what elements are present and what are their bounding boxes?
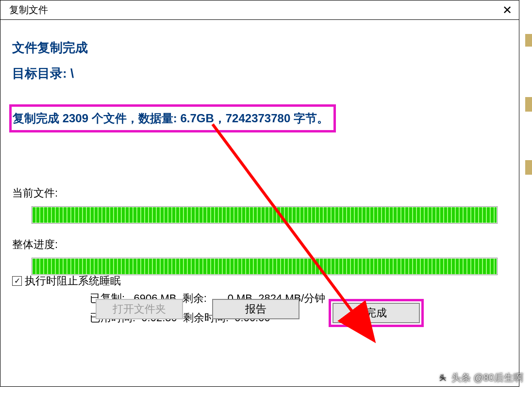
report-button[interactable]: 报告 — [212, 299, 299, 319]
window-title: 复制文件 — [9, 3, 48, 16]
dialog-button-row: 打开文件夹 报告 完成 — [0, 299, 519, 327]
overall-progress-label: 整体进度: — [12, 237, 507, 252]
open-folder-label: 打开文件夹 — [113, 302, 166, 316]
dialog-content: 文件复制完成 目标目录: \ 复制完成 2309 个文件，数据量: 6.7GB，… — [0, 20, 519, 337]
summary-highlight-box: 复制完成 2309 个文件，数据量: 6.7GB，7242373780 字节。 — [9, 104, 336, 132]
overall-progress-section: 整体进度: — [12, 237, 507, 275]
current-file-progress-bar — [32, 206, 498, 224]
open-folder-button: 打开文件夹 — [96, 299, 183, 319]
current-file-progress-section: 当前文件: — [12, 186, 507, 224]
overall-progress-fill — [33, 259, 497, 274]
copy-summary-text: 复制完成 2309 个文件，数据量: 6.7GB，7242373780 字节。 — [13, 112, 329, 125]
close-icon: ✕ — [502, 3, 512, 17]
background-strip — [521, 0, 532, 395]
checkmark-icon: ✓ — [14, 277, 20, 285]
copy-complete-heading: 文件复制完成 — [12, 39, 507, 56]
current-file-progress-fill — [33, 207, 497, 223]
prevent-sleep-label: 执行时阻止系统睡眠 — [25, 274, 121, 288]
finish-button-highlight: 完成 — [329, 299, 424, 327]
finish-label: 完成 — [366, 306, 387, 320]
current-file-label: 当前文件: — [12, 186, 507, 200]
finish-button[interactable]: 完成 — [332, 303, 420, 323]
target-directory-label: 目标目录: \ — [12, 65, 507, 82]
report-label: 报告 — [245, 302, 266, 316]
titlebar: 复制文件 ✕ — [0, 0, 519, 20]
close-button[interactable]: ✕ — [496, 0, 519, 20]
checkbox-icon: ✓ — [12, 276, 22, 286]
overall-progress-bar — [32, 258, 498, 275]
copy-files-dialog: 复制文件 ✕ 文件复制完成 目标目录: \ 复制完成 2309 个文件，数据量:… — [0, 0, 519, 387]
prevent-sleep-checkbox[interactable]: ✓ 执行时阻止系统睡眠 — [12, 274, 121, 288]
